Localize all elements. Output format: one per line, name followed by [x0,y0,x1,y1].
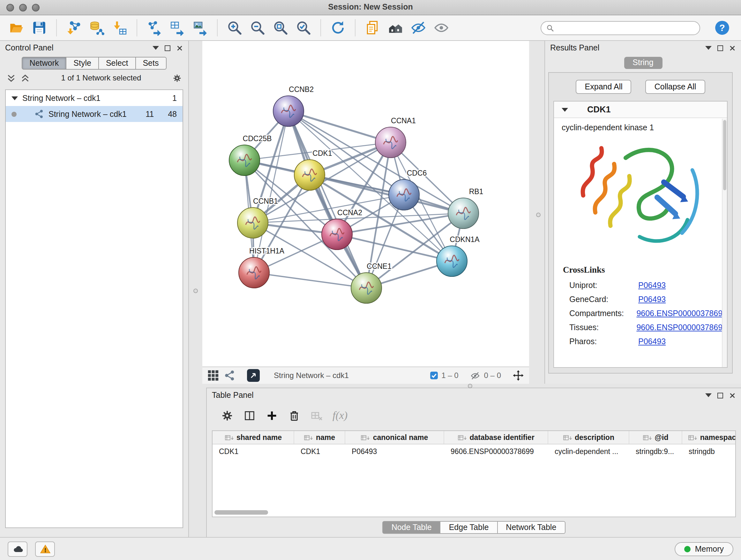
export-network-button[interactable] [144,18,164,38]
network-collection-row[interactable]: String Network – cdk1 1 [6,90,183,106]
export-image-button[interactable] [190,18,210,38]
expand-all-icon[interactable] [6,73,16,83]
table-tab-network-table[interactable]: Network Table [497,521,565,534]
control-panel-tab-sets[interactable]: Sets [136,57,166,70]
search-field[interactable] [541,21,700,35]
memory-button[interactable]: Memory [675,542,733,556]
collapse-all-button[interactable]: Collapse All [646,80,705,94]
network-edge[interactable] [288,111,391,142]
network-view[interactable]: CCNB2CCNA1CDC25BCDK1CDC6RB1CCNB1CCNA2CDK… [202,41,529,367]
table-cell-shared-name[interactable]: CDK1 [212,447,294,455]
bottom-splitter-handle[interactable] [468,384,472,388]
network-edge[interactable] [254,273,366,288]
collapse-all-icon[interactable] [20,73,30,83]
zoom-out-button[interactable] [248,18,267,38]
network-node-ccna1[interactable]: CCNA1 [375,117,416,158]
zoom-in-button[interactable] [225,18,245,38]
table-cell-id[interactable]: stringdb:9... [629,447,682,455]
network-row-selected[interactable]: String Network – cdk1 11 48 [6,106,183,122]
table-cell-description[interactable]: cyclin-dependent ... [548,447,629,455]
table-cell-database-identifier[interactable]: 9606.ENSP00000378699 [444,447,548,455]
table-cell-canonical-name[interactable]: P06493 [345,447,444,455]
add-column-plus-icon[interactable] [266,409,278,422]
disclosure-triangle-icon[interactable] [562,108,568,111]
network-node-hist1h1a[interactable]: HIST1H1A [239,247,285,288]
network-node-rb1[interactable]: RB1 [448,187,483,229]
zoom-selected-button[interactable] [293,18,313,38]
network-node-ccnb1[interactable]: CCNB1 [238,197,278,238]
help-button[interactable]: ? [712,18,732,38]
column-header-name[interactable]: name [294,431,345,444]
network-edge[interactable] [288,111,366,288]
table-cell-namespac[interactable]: stringdb [682,447,736,455]
crosslink-link[interactable]: 9606.ENSP00000378699 [636,323,727,332]
selected-checkbox-icon[interactable] [429,371,438,380]
crosslink-link[interactable]: P06493 [638,337,666,346]
column-header-canonical-name[interactable]: canonical name [345,431,444,444]
network-node-cdc25b[interactable]: CDC25B [229,134,272,176]
results-tab-string[interactable]: String [624,57,662,69]
crosslink-link[interactable]: P06493 [638,281,666,290]
network-edge[interactable] [310,175,463,213]
apply-layout-button[interactable] [328,18,348,38]
control-panel-tab-network[interactable]: Network [22,57,67,70]
column-header-shared-name[interactable]: shared name [212,431,294,444]
search-input[interactable] [557,23,694,32]
network-node-cdc6[interactable]: CDC6 [389,169,427,210]
close-panel-icon[interactable] [729,392,736,399]
table-cell-name[interactable]: CDK1 [294,447,345,455]
expand-all-button[interactable]: Expand All [576,80,631,94]
crosslink-link[interactable]: P06493 [638,295,666,304]
card-scrollbar-thumb[interactable] [723,120,726,190]
protein-card-header[interactable]: CDK1 [554,102,727,118]
float-panel-icon[interactable] [718,392,723,398]
table-row[interactable]: CDK1CDK1P064939606.ENSP00000378699cyclin… [212,444,735,458]
left-splitter-handle[interactable] [193,289,198,293]
column-header-database-identifier[interactable]: database identifier [444,431,548,444]
close-panel-icon[interactable] [176,44,183,51]
network-node-cdkn1a[interactable]: CDKN1A [436,235,480,276]
table-tab-edge-table[interactable]: Edge Table [441,521,498,534]
hide-selected-button[interactable] [408,18,428,38]
export-table-button[interactable] [167,18,187,38]
delete-column-trash-icon[interactable] [288,409,300,422]
collapse-panel-icon[interactable] [705,393,712,397]
network-node-ccnb2[interactable]: CCNB2 [273,85,314,126]
crosslink-link[interactable]: 9606.ENSP00000378699 [636,309,727,318]
card-scrollbar[interactable] [722,119,727,367]
zoom-fit-button[interactable] [271,18,290,38]
network-graph[interactable]: CCNB2CCNA1CDC25BCDK1CDC6RB1CCNB1CCNA2CDK… [202,41,529,367]
import-network-database-button[interactable] [87,18,107,38]
show-all-button[interactable] [431,18,451,38]
duplicate-documents-button[interactable] [362,18,382,38]
node-table[interactable]: shared namenamecanonical namedatabase id… [212,430,736,517]
gear-icon[interactable] [172,73,182,83]
control-panel-tab-style[interactable]: Style [66,57,99,70]
show-columns-icon[interactable] [243,409,256,422]
save-session-button[interactable] [29,18,49,38]
column-header-description[interactable]: description [548,431,629,444]
import-table-button[interactable] [110,18,130,38]
collapse-panel-icon[interactable] [152,46,159,50]
import-network-file-button[interactable] [64,18,84,38]
table-hscrollbar-thumb[interactable] [214,510,268,515]
cloud-button[interactable] [8,541,27,557]
open-in-new-window-button[interactable] [247,369,260,382]
warnings-button[interactable] [35,541,55,557]
control-panel-tab-select[interactable]: Select [99,57,136,70]
table-settings-gear-icon[interactable] [221,409,233,422]
network-glyph-icon[interactable] [224,370,235,381]
birdseye-grid-icon[interactable] [207,370,219,381]
table-tab-node-table[interactable]: Node Table [383,521,441,534]
open-session-button[interactable] [6,18,26,38]
pan-crosshair-icon[interactable] [513,370,524,381]
home-networks-button[interactable] [386,18,405,38]
column-header-id[interactable]: @id [629,431,682,444]
network-edge[interactable] [337,234,452,261]
float-panel-icon[interactable] [718,45,723,51]
hidden-eye-slash-icon[interactable] [470,371,481,380]
close-panel-icon[interactable] [729,44,736,51]
right-splitter-handle[interactable] [536,212,541,217]
float-panel-icon[interactable] [165,45,171,51]
collapse-panel-icon[interactable] [705,46,712,50]
